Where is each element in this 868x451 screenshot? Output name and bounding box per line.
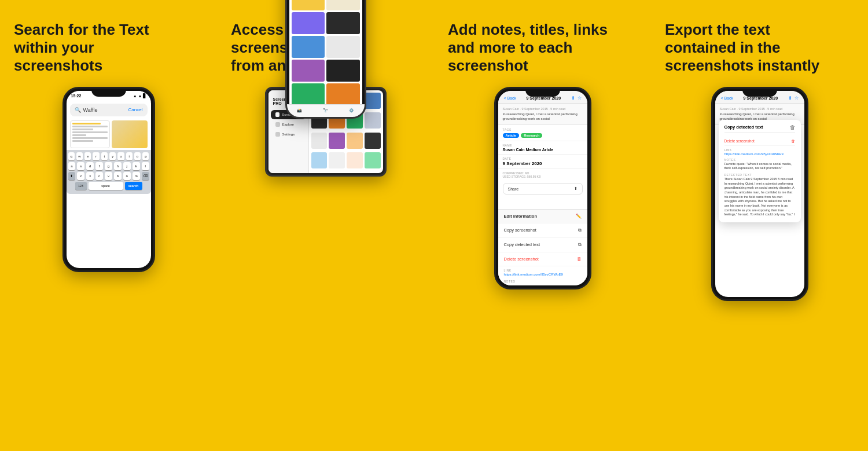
settings-icon <box>275 132 280 137</box>
star-icon-3[interactable]: ☆ <box>578 96 582 101</box>
popup-trash-icon[interactable]: 🗑 <box>790 124 795 130</box>
panel1-heading-bold1: Search <box>14 21 64 38</box>
search-icon-1: 🔍 <box>75 107 81 113</box>
key-w[interactable]: w <box>76 152 83 160</box>
export-nav-icons: ⬆ ☆ <box>788 96 799 101</box>
export-article-meta: Susan Cain · 9 September 2015 · 5 min re… <box>720 107 800 111</box>
sidebar-item-explore[interactable]: Explore <box>271 120 306 129</box>
nav-icons-3: ⬆ ☆ <box>571 96 582 101</box>
key-i[interactable]: i <box>126 152 133 160</box>
key-c[interactable]: c <box>95 172 103 180</box>
article-meta-3: Susan Cain · 9 September 2015 · 5 min re… <box>503 107 583 111</box>
notes-section-3: NOTES <box>498 278 587 285</box>
meta-row-3: COMPRESSED: NO USED STORAGE: 560.95 KB <box>498 168 587 181</box>
tab-screenshots[interactable]: 📸 <box>297 108 302 113</box>
panel4-heading-text1: Export the text <box>665 21 770 38</box>
panel3-heading-text2: and more to each <box>448 39 572 56</box>
nav-back-3[interactable]: < Back <box>504 96 517 100</box>
phone-notch-3 <box>525 89 560 97</box>
thumb-line <box>72 140 94 142</box>
sidebar-item-label-explore: Explore <box>282 123 294 126</box>
key-a[interactable]: a <box>68 162 76 170</box>
key-o[interactable]: o <box>134 152 141 160</box>
copy-screenshot-label: Copy screenshot <box>504 228 536 233</box>
phone-small-screen-2: 15:21 ▲ ▊ 🔍 ⊕ ⊞ + <box>289 0 362 115</box>
tablet-thumb-13 <box>311 152 328 168</box>
delete-label: Delete screenshot <box>504 256 539 262</box>
export-share-icon[interactable]: ⬆ <box>788 96 792 101</box>
share-button-3[interactable]: Share ⬆ <box>503 183 583 195</box>
name-section-3: NAME Susan Cain Medium Aricle <box>498 141 587 154</box>
key-p[interactable]: p <box>142 152 149 160</box>
tablet-thumb-8 <box>365 112 381 129</box>
key-r[interactable]: r <box>93 152 99 160</box>
panel3-heading: Add notes, titles, links and more to eac… <box>448 21 637 75</box>
key-b[interactable]: b <box>114 172 122 180</box>
popup-delete-item[interactable]: Delete screenshot 🗑 <box>724 137 795 146</box>
key-g[interactable]: g <box>105 162 112 170</box>
panel4-heading-text2: contained in the <box>665 39 780 56</box>
phone-grid-thumb-9 <box>292 83 325 105</box>
key-t[interactable]: t <box>101 152 108 160</box>
key-shift[interactable]: ⬆ <box>68 172 76 180</box>
key-f[interactable]: f <box>95 162 103 170</box>
copy-screenshot-item[interactable]: Copy screenshot ⧉ <box>498 223 587 238</box>
storage-text-3: USED STORAGE: 560.95 KB <box>503 175 583 178</box>
tags-3: Article Research <box>503 133 583 138</box>
phone-screenshots-grid <box>289 0 362 108</box>
search-value-1: Waffle <box>83 107 98 113</box>
tag-article-3: Article <box>503 133 520 138</box>
phone-screen-1: 15:22 ▲ ▲ ▊ 🔍 Waffle Cancel <box>67 91 151 268</box>
delete-screenshot-item[interactable]: Delete screenshot 🗑 <box>498 252 587 266</box>
key-u[interactable]: u <box>117 152 124 160</box>
edit-info-label: Edit information <box>504 214 538 219</box>
thumb-line <box>72 134 87 136</box>
share-icon-3[interactable]: ⬆ <box>571 96 575 101</box>
key-k[interactable]: k <box>133 162 140 170</box>
key-x[interactable]: x <box>86 172 94 180</box>
tab-settings[interactable]: ⚙️ <box>349 108 354 113</box>
key-j[interactable]: j <box>123 162 131 170</box>
popup-notes-label: NOTES <box>724 158 795 162</box>
phone-grid-thumb-2 <box>326 0 360 10</box>
keyboard-row-4: 123 space search <box>68 182 149 190</box>
key-h[interactable]: h <box>114 162 122 170</box>
key-d[interactable]: d <box>86 162 94 170</box>
status-icons-1: ▲ ▲ ▊ <box>133 94 146 98</box>
key-delete[interactable]: ⌫ <box>142 172 149 180</box>
panel1-heading: Search for the Text within your screensh… <box>14 21 203 75</box>
key-m[interactable]: m <box>133 172 140 180</box>
key-z[interactable]: z <box>77 172 84 180</box>
edit-icon: ✏️ <box>576 214 582 219</box>
sidebar-item-settings[interactable]: Settings <box>271 130 306 139</box>
thumb-line <box>72 126 108 127</box>
edit-information-item[interactable]: Edit information ✏️ <box>498 210 587 223</box>
tablet-thumb-14 <box>329 152 345 168</box>
copy-detected-item[interactable]: Copy detected text ⧉ <box>498 238 587 252</box>
export-star-icon[interactable]: ☆ <box>795 96 799 101</box>
key-n[interactable]: n <box>123 172 131 180</box>
search-button[interactable]: search <box>125 182 142 190</box>
key-l[interactable]: l <box>142 162 149 170</box>
date-label-3: DATE <box>503 157 583 160</box>
key-q[interactable]: q <box>68 152 75 160</box>
status-time-1: 15:22 <box>71 94 82 98</box>
key-e[interactable]: e <box>84 152 91 160</box>
phone-notch-4 <box>742 89 777 97</box>
export-nav-back[interactable]: < Back <box>721 96 734 100</box>
key-y[interactable]: y <box>109 152 116 160</box>
key-123[interactable]: 123 <box>75 182 87 190</box>
key-s[interactable]: s <box>77 162 84 170</box>
popup-trash-icon-2: 🗑 <box>791 139 795 143</box>
tags-section-3: TAGS Article Research <box>498 125 587 141</box>
panel4-heading-text3: screenshots instantly <box>665 57 819 74</box>
link-section-3: LINK https://link.medium.com/95yvCRWbE9 <box>498 266 587 278</box>
popup-delete-label: Delete screenshot <box>724 139 755 143</box>
key-space[interactable]: space <box>89 182 123 190</box>
screenshot-thumb-1 <box>70 120 111 148</box>
search-bar-1[interactable]: 🔍 Waffle Cancel <box>70 104 148 116</box>
cancel-btn-1[interactable]: Cancel <box>128 107 143 112</box>
key-v[interactable]: v <box>105 172 112 180</box>
name-value-3: Susan Cain Medium Aricle <box>503 148 583 152</box>
tab-explore[interactable]: 🔭 <box>323 108 328 113</box>
